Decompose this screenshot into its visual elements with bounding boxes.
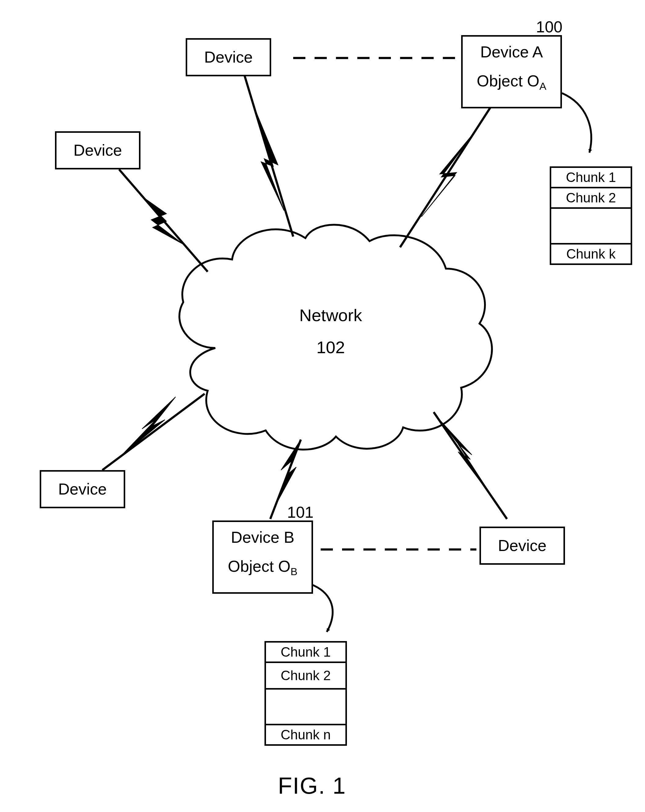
device-bottom-right: Device	[480, 527, 565, 565]
connector-line	[119, 169, 208, 272]
device-b-title: Device B	[214, 528, 312, 546]
svg-marker-5	[437, 417, 495, 501]
svg-marker-0	[141, 195, 183, 244]
svg-marker-4	[277, 440, 301, 504]
network-label: Network 102	[299, 305, 362, 357]
device-a-title: Device A	[463, 43, 560, 61]
device-b-box: Device B Object OB	[212, 520, 313, 594]
chunk-table-a: Chunk 1 Chunk 2 Chunk k	[550, 166, 632, 265]
device-a-ref: 100	[536, 18, 562, 36]
svg-marker-2	[422, 130, 477, 217]
device-top-middle: Device	[186, 38, 271, 76]
device-b-ref: 101	[287, 503, 313, 521]
device-a-box: Device A Object OA	[461, 35, 562, 108]
arrow-object-a-to-chunks	[562, 93, 591, 153]
device-left-upper: Device	[55, 131, 141, 169]
device-left-lower: Device	[40, 470, 125, 508]
device-b-object: Object OB	[214, 557, 312, 578]
connector-line	[102, 394, 205, 470]
connector-line	[400, 101, 495, 247]
figure-caption: FIG. 1	[278, 772, 346, 799]
device-a-object: Object OA	[463, 72, 560, 92]
connector-line	[434, 412, 507, 519]
connector-line	[244, 75, 293, 237]
svg-marker-1	[257, 113, 284, 211]
svg-marker-3	[121, 397, 176, 456]
chunk-table-b: Chunk 1 Chunk 2 Chunk n	[264, 641, 347, 746]
